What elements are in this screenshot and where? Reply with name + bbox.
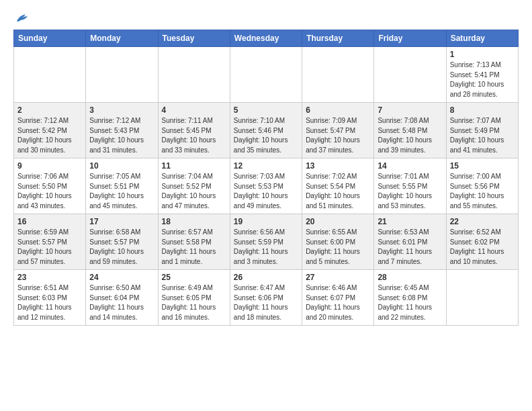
col-header-sunday: Sunday xyxy=(14,30,86,47)
day-info: Sunrise: 7:13 AM Sunset: 5:41 PM Dayligh… xyxy=(450,60,515,99)
calendar-cell: 19Sunrise: 6:56 AM Sunset: 5:59 PM Dayli… xyxy=(230,214,302,270)
day-info: Sunrise: 6:46 AM Sunset: 6:07 PM Dayligh… xyxy=(306,283,370,322)
calendar-cell: 22Sunrise: 6:52 AM Sunset: 6:02 PM Dayli… xyxy=(446,214,518,270)
day-info: Sunrise: 7:12 AM Sunset: 5:43 PM Dayligh… xyxy=(89,116,154,155)
calendar-cell xyxy=(14,47,86,103)
calendar-cell xyxy=(230,47,302,103)
calendar-week-row: 9Sunrise: 7:06 AM Sunset: 5:50 PM Daylig… xyxy=(14,158,519,214)
day-number: 1 xyxy=(450,50,515,59)
day-info: Sunrise: 7:01 AM Sunset: 5:55 PM Dayligh… xyxy=(378,172,442,211)
calendar-week-row: 16Sunrise: 6:59 AM Sunset: 5:57 PM Dayli… xyxy=(14,214,519,270)
logo-bird-icon xyxy=(15,11,30,26)
day-number: 23 xyxy=(17,273,82,282)
day-info: Sunrise: 7:06 AM Sunset: 5:50 PM Dayligh… xyxy=(17,172,82,211)
day-number: 17 xyxy=(89,217,154,226)
day-number: 18 xyxy=(162,217,226,226)
day-number: 27 xyxy=(306,273,370,282)
day-info: Sunrise: 7:12 AM Sunset: 5:42 PM Dayligh… xyxy=(17,116,82,155)
calendar-cell: 28Sunrise: 6:45 AM Sunset: 6:08 PM Dayli… xyxy=(374,270,446,326)
calendar-week-row: 2Sunrise: 7:12 AM Sunset: 5:42 PM Daylig… xyxy=(14,103,519,158)
calendar-cell: 4Sunrise: 7:11 AM Sunset: 5:45 PM Daylig… xyxy=(158,103,230,158)
calendar-cell: 25Sunrise: 6:49 AM Sunset: 6:05 PM Dayli… xyxy=(158,270,230,326)
page: SundayMondayTuesdayWednesdayThursdayFrid… xyxy=(0,0,532,336)
day-info: Sunrise: 7:05 AM Sunset: 5:51 PM Dayligh… xyxy=(89,172,154,211)
day-info: Sunrise: 6:59 AM Sunset: 5:57 PM Dayligh… xyxy=(17,228,82,267)
calendar-cell: 7Sunrise: 7:08 AM Sunset: 5:48 PM Daylig… xyxy=(374,103,446,158)
calendar-cell: 10Sunrise: 7:05 AM Sunset: 5:51 PM Dayli… xyxy=(86,158,158,214)
day-info: Sunrise: 6:52 AM Sunset: 6:02 PM Dayligh… xyxy=(450,228,515,267)
day-number: 6 xyxy=(306,105,370,115)
calendar-cell: 20Sunrise: 6:55 AM Sunset: 6:00 PM Dayli… xyxy=(302,214,374,270)
day-number: 24 xyxy=(89,273,154,282)
day-info: Sunrise: 7:04 AM Sunset: 5:52 PM Dayligh… xyxy=(162,172,226,211)
day-info: Sunrise: 6:57 AM Sunset: 5:58 PM Dayligh… xyxy=(162,228,226,267)
day-info: Sunrise: 6:56 AM Sunset: 5:59 PM Dayligh… xyxy=(234,228,298,267)
day-number: 22 xyxy=(450,217,515,226)
col-header-wednesday: Wednesday xyxy=(230,30,302,47)
calendar-cell: 21Sunrise: 6:53 AM Sunset: 6:01 PM Dayli… xyxy=(374,214,446,270)
calendar-cell: 17Sunrise: 6:58 AM Sunset: 5:57 PM Dayli… xyxy=(86,214,158,270)
day-info: Sunrise: 7:03 AM Sunset: 5:53 PM Dayligh… xyxy=(234,172,298,211)
calendar-cell: 6Sunrise: 7:09 AM Sunset: 5:47 PM Daylig… xyxy=(302,103,374,158)
day-number: 14 xyxy=(378,161,442,171)
calendar-header-row: SundayMondayTuesdayWednesdayThursdayFrid… xyxy=(14,30,519,47)
calendar-cell: 18Sunrise: 6:57 AM Sunset: 5:58 PM Dayli… xyxy=(158,214,230,270)
calendar-cell: 13Sunrise: 7:02 AM Sunset: 5:54 PM Dayli… xyxy=(302,158,374,214)
day-number: 12 xyxy=(234,161,298,171)
col-header-friday: Friday xyxy=(374,30,446,47)
day-number: 5 xyxy=(234,105,298,115)
calendar-cell: 14Sunrise: 7:01 AM Sunset: 5:55 PM Dayli… xyxy=(374,158,446,214)
day-info: Sunrise: 6:50 AM Sunset: 6:04 PM Dayligh… xyxy=(89,283,154,322)
day-info: Sunrise: 6:45 AM Sunset: 6:08 PM Dayligh… xyxy=(378,283,442,322)
calendar-cell: 27Sunrise: 6:46 AM Sunset: 6:07 PM Dayli… xyxy=(302,270,374,326)
day-number: 25 xyxy=(162,273,226,282)
day-number: 2 xyxy=(17,105,82,115)
day-info: Sunrise: 6:49 AM Sunset: 6:05 PM Dayligh… xyxy=(162,283,226,322)
day-number: 13 xyxy=(306,161,370,171)
calendar-cell: 2Sunrise: 7:12 AM Sunset: 5:42 PM Daylig… xyxy=(14,103,86,158)
day-number: 26 xyxy=(234,273,298,282)
calendar-cell: 26Sunrise: 6:47 AM Sunset: 6:06 PM Dayli… xyxy=(230,270,302,326)
day-info: Sunrise: 7:09 AM Sunset: 5:47 PM Dayligh… xyxy=(306,116,370,155)
col-header-tuesday: Tuesday xyxy=(158,30,230,47)
calendar-cell: 12Sunrise: 7:03 AM Sunset: 5:53 PM Dayli… xyxy=(230,158,302,214)
calendar-cell: 16Sunrise: 6:59 AM Sunset: 5:57 PM Dayli… xyxy=(14,214,86,270)
day-info: Sunrise: 7:11 AM Sunset: 5:45 PM Dayligh… xyxy=(162,116,226,155)
calendar-cell: 5Sunrise: 7:10 AM Sunset: 5:46 PM Daylig… xyxy=(230,103,302,158)
col-header-monday: Monday xyxy=(86,30,158,47)
header xyxy=(13,11,519,23)
calendar-week-row: 23Sunrise: 6:51 AM Sunset: 6:03 PM Dayli… xyxy=(14,270,519,326)
day-number: 3 xyxy=(89,105,154,115)
day-number: 4 xyxy=(162,105,226,115)
calendar-cell: 15Sunrise: 7:00 AM Sunset: 5:56 PM Dayli… xyxy=(446,158,518,214)
calendar-cell: 11Sunrise: 7:04 AM Sunset: 5:52 PM Dayli… xyxy=(158,158,230,214)
calendar-cell: 23Sunrise: 6:51 AM Sunset: 6:03 PM Dayli… xyxy=(14,270,86,326)
day-number: 8 xyxy=(450,105,515,115)
day-info: Sunrise: 7:08 AM Sunset: 5:48 PM Dayligh… xyxy=(378,116,442,155)
day-info: Sunrise: 6:53 AM Sunset: 6:01 PM Dayligh… xyxy=(378,228,442,267)
calendar-cell: 8Sunrise: 7:07 AM Sunset: 5:49 PM Daylig… xyxy=(446,103,518,158)
day-info: Sunrise: 6:58 AM Sunset: 5:57 PM Dayligh… xyxy=(89,228,154,267)
day-number: 28 xyxy=(378,273,442,282)
calendar-cell xyxy=(86,47,158,103)
day-info: Sunrise: 6:55 AM Sunset: 6:00 PM Dayligh… xyxy=(306,228,370,267)
day-info: Sunrise: 7:00 AM Sunset: 5:56 PM Dayligh… xyxy=(450,172,515,211)
calendar-cell: 24Sunrise: 6:50 AM Sunset: 6:04 PM Dayli… xyxy=(86,270,158,326)
day-number: 9 xyxy=(17,161,82,171)
day-number: 15 xyxy=(450,161,515,171)
day-number: 7 xyxy=(378,105,442,115)
col-header-thursday: Thursday xyxy=(302,30,374,47)
day-number: 20 xyxy=(306,217,370,226)
logo xyxy=(13,11,30,23)
calendar-cell xyxy=(302,47,374,103)
day-number: 16 xyxy=(17,217,82,226)
day-info: Sunrise: 7:07 AM Sunset: 5:49 PM Dayligh… xyxy=(450,116,515,155)
day-info: Sunrise: 6:47 AM Sunset: 6:06 PM Dayligh… xyxy=(234,283,298,322)
calendar-cell xyxy=(446,270,518,326)
calendar-cell: 3Sunrise: 7:12 AM Sunset: 5:43 PM Daylig… xyxy=(86,103,158,158)
col-header-saturday: Saturday xyxy=(446,30,518,47)
day-number: 11 xyxy=(162,161,226,171)
day-number: 10 xyxy=(89,161,154,171)
day-info: Sunrise: 6:51 AM Sunset: 6:03 PM Dayligh… xyxy=(17,283,82,322)
calendar-cell: 1Sunrise: 7:13 AM Sunset: 5:41 PM Daylig… xyxy=(446,47,518,103)
